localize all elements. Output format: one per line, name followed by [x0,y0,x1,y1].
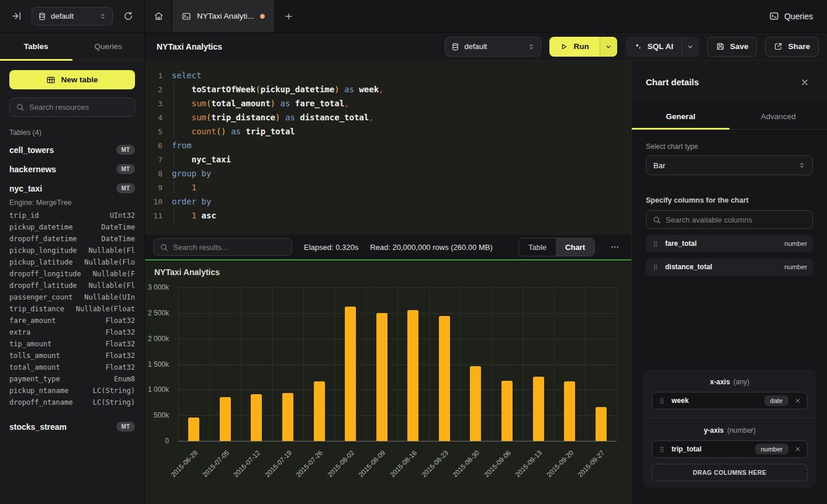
chart-plot[interactable] [178,287,617,441]
code-line[interactable]: 4 sum(trip_distance) as distance_total, [145,110,631,124]
refresh-icon[interactable] [120,8,136,25]
view-toggle-table[interactable]: Table [519,238,556,256]
code-line[interactable]: 9 1 [145,180,631,194]
home-tab-button[interactable] [145,0,172,32]
available-column-item[interactable]: fare_totalnumber [646,235,813,252]
sidebar-search[interactable] [9,98,135,117]
gridline-vertical [335,287,335,441]
column-name: dropoff_datetime [9,235,77,246]
close-icon[interactable] [797,74,813,91]
tab-general[interactable]: General [632,104,729,129]
y-tick-label: 0 [165,437,169,445]
new-tab-button[interactable] [275,0,303,32]
code-line[interactable]: 10order by [145,194,631,208]
x-axis-column-chip[interactable]: week date [652,392,808,409]
line-number: 4 [145,113,162,122]
chart-bar[interactable] [407,310,418,441]
drag-handle-icon[interactable] [658,397,666,405]
table-column-row: fare_amountFloat32 [9,317,135,328]
column-name: dropoff_latitude [9,281,77,293]
run-button-label: Run [573,42,589,51]
x-tick-label: 2015-07-19 [264,449,293,478]
sidebar-search-input[interactable] [29,103,129,112]
code-line[interactable]: 8group by [145,166,631,180]
chart-bar[interactable] [282,393,293,441]
tab-advanced[interactable]: Advanced [729,104,827,129]
chart-bar[interactable] [220,397,231,441]
more-options-icon[interactable] [607,239,623,255]
share-icon [774,42,783,51]
drag-handle-icon[interactable] [652,240,659,248]
code-text: toStartOfWeek(pickup_datetime) as week, [172,85,384,94]
chart-bar[interactable] [533,377,544,441]
share-button[interactable]: Share [765,37,819,57]
run-options-button[interactable] [600,37,617,57]
sidebar-tab-tables[interactable]: Tables [0,33,72,60]
code-line[interactable]: 1select [145,68,631,82]
column-type: Float32 [105,328,135,340]
chart-bar[interactable] [470,366,481,441]
code-line[interactable]: 5 count() as trip_total [145,124,631,138]
code-line[interactable]: 7 nyc_taxi [145,152,631,166]
database-selector[interactable]: default [32,7,113,26]
drop-zone[interactable]: DRAG COLUMNS HERE [652,464,808,481]
sidebar-tab-queries[interactable]: Queries [72,33,145,60]
chart-bar[interactable] [345,307,356,441]
table-column-row: payment_typeEnum8 [9,375,135,387]
chart-bar[interactable] [596,407,607,441]
column-type: Nullable(Float [76,305,135,317]
code-line[interactable]: 3 sum(total_amount) as fare_total, [145,96,631,110]
chart-bar[interactable] [376,313,387,441]
available-columns-list: fare_totalnumberdistance_totalnumber [646,235,813,276]
y-axis-label: y-axis [704,426,724,435]
column-type: DateTime [101,223,135,235]
gridline-vertical [303,287,304,441]
chart-bar[interactable] [251,394,262,441]
chart-bar[interactable] [501,381,513,441]
y-axis-hint: (number) [727,426,756,435]
y-axis-column-chip[interactable]: trip_total number [652,440,808,458]
column-name: tip_amount [9,340,51,352]
sidebar-table-row[interactable]: stocks_streamMT [9,417,135,436]
sql-editor[interactable]: 1select2 toStartOfWeek(pickup_datetime) … [145,61,631,235]
sidebar-table-row[interactable]: cell_towersMT [9,140,135,159]
code-line[interactable]: 2 toStartOfWeek(pickup_datetime) as week… [145,82,631,96]
table-column-row: extraFloat32 [9,328,135,340]
run-database-value: default [464,42,523,51]
line-number: 11 [145,211,162,220]
code-line[interactable]: 6from [145,138,631,152]
drag-handle-icon[interactable] [658,446,666,453]
chart-bar[interactable] [439,316,450,441]
chart-type-select[interactable]: Bar [646,155,813,175]
sidebar-table-row[interactable]: hackernewsMT [9,159,135,179]
sql-ai-button[interactable]: SQL AI [625,37,681,57]
code-line[interactable]: 11 1 asc [145,208,631,223]
sidebar-table-row[interactable]: nyc_taxiMT [9,179,135,198]
columns-search[interactable] [646,210,813,229]
query-tab[interactable]: NYTaxi Analyti... [172,0,275,32]
run-button[interactable]: Run [549,37,599,57]
results-search[interactable] [153,238,292,256]
save-button[interactable]: Save [707,37,757,57]
remove-icon[interactable] [794,397,801,404]
y-tick-label: 1 000k [148,385,169,394]
columns-search-input[interactable] [666,215,807,224]
drag-handle-icon[interactable] [652,263,659,271]
collapse-sidebar-icon[interactable] [8,8,25,25]
column-name: tolls_amount [9,352,60,363]
view-toggle-chart[interactable]: Chart [556,238,594,256]
chart-bar[interactable] [314,381,325,441]
sql-console-app: default NYTaxi Analyti... [0,0,827,504]
results-search-input[interactable] [173,243,286,252]
available-column-item[interactable]: distance_totalnumber [646,258,813,276]
sparkles-icon [634,42,642,51]
table-grid-icon [46,75,56,85]
queries-button[interactable]: Queries [769,11,813,21]
chart-bar[interactable] [188,418,199,441]
run-database-selector[interactable]: default [445,37,541,57]
remove-icon[interactable] [794,446,801,453]
column-type: LC(String) [93,398,135,410]
sql-ai-options-button[interactable] [681,37,699,57]
chart-bar[interactable] [564,381,575,441]
new-table-button[interactable]: New table [9,70,135,89]
